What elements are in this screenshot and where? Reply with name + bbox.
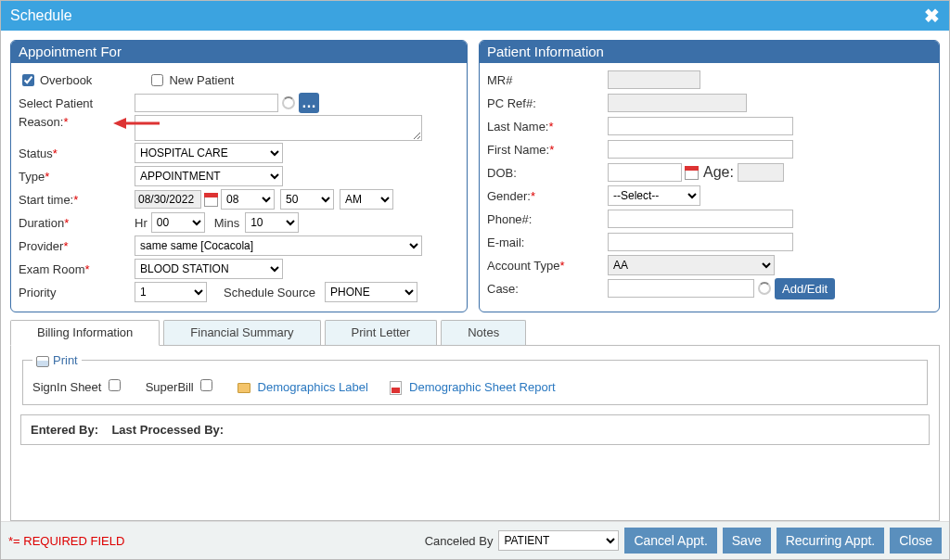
demographic-sheet-report-link[interactable]: Demographic Sheet Report: [409, 380, 556, 394]
gender-label: Gender:: [487, 189, 531, 203]
last-name-label: Last Name:: [487, 120, 548, 134]
overbook-label: Overbook: [40, 73, 92, 87]
close-button[interactable]: Close: [890, 528, 942, 554]
loading-icon: [758, 282, 771, 295]
signin-sheet-label: SignIn Sheet: [32, 380, 101, 394]
cancel-appt-button[interactable]: Cancel Appt.: [624, 528, 716, 554]
schedule-source-label: Schedule Source: [224, 286, 315, 299]
age-label: Age:: [703, 164, 734, 181]
provider-label: Provider: [19, 239, 63, 253]
email-input[interactable]: [608, 233, 793, 251]
phone-input[interactable]: [608, 210, 793, 228]
save-button[interactable]: Save: [723, 528, 771, 554]
tab-content: Print SignIn Sheet SuperBill Demographic…: [10, 346, 940, 521]
status-label: Status: [19, 146, 53, 160]
add-edit-button[interactable]: Add/Edit: [775, 278, 835, 299]
calendar-icon[interactable]: [204, 193, 218, 207]
signin-sheet-checkbox[interactable]: [109, 379, 121, 391]
start-ampm-select[interactable]: AM: [340, 189, 393, 210]
tab-print-letter[interactable]: Print Letter: [325, 320, 438, 345]
canceled-by-label: Canceled By: [425, 534, 494, 548]
start-min-select[interactable]: 50: [280, 189, 334, 210]
new-patient-checkbox[interactable]: [151, 74, 163, 86]
exam-room-label: Exam Room: [19, 262, 85, 276]
age-input: [738, 163, 784, 182]
provider-select[interactable]: same same [Cocacola]: [135, 235, 422, 256]
demographics-label-link[interactable]: Demographics Label: [258, 380, 368, 394]
first-name-input[interactable]: [608, 140, 793, 159]
required-note: *= REQUIRED FIELD: [8, 534, 124, 548]
last-name-input[interactable]: [608, 117, 793, 135]
patient-panel: Patient Information MR# PC Ref#: Last Na…: [479, 40, 940, 312]
select-patient-input[interactable]: [135, 94, 278, 112]
overbook-checkbox[interactable]: [22, 74, 34, 86]
printer-icon: [36, 356, 49, 367]
exam-room-select[interactable]: BLOOD STATION: [135, 259, 283, 279]
tab-financial[interactable]: Financial Summary: [163, 320, 320, 345]
appointment-header: Appointment For: [11, 41, 467, 63]
priority-label: Priority: [19, 286, 135, 299]
pc-ref-label: PC Ref#:: [487, 96, 608, 110]
reason-textarea[interactable]: [135, 115, 422, 141]
titlebar: Schedule ✖: [1, 1, 949, 31]
pdf-icon: [390, 381, 402, 395]
start-time-label: Start time:: [19, 193, 73, 207]
appointment-panel: Appointment For Overbook New Patient: [10, 40, 468, 312]
print-fieldset: Print SignIn Sheet SuperBill Demographic…: [22, 353, 928, 405]
mr-label: MR#: [487, 73, 608, 87]
case-label: Case:: [487, 282, 608, 296]
entered-by-label: Entered By:: [31, 423, 98, 437]
last-processed-by-label: Last Processed By:: [111, 423, 224, 437]
close-icon[interactable]: ✖: [924, 6, 940, 25]
account-type-select[interactable]: AA: [608, 255, 775, 275]
start-date-input[interactable]: [135, 190, 201, 209]
top-panels: Appointment For Overbook New Patient: [10, 40, 940, 312]
canceled-by-select[interactable]: PATIENT: [498, 530, 619, 551]
type-select[interactable]: APPOINTMENT: [135, 166, 283, 186]
print-legend: Print: [32, 353, 82, 367]
phone-label: Phone#:: [487, 212, 608, 226]
superbill-label: SuperBill: [146, 380, 194, 394]
new-patient-label: New Patient: [169, 73, 234, 87]
account-type-label: Account Type: [487, 259, 560, 273]
window-title: Schedule: [10, 7, 72, 24]
duration-hr-select[interactable]: 00: [151, 212, 205, 233]
duration-min-label: Mins: [214, 216, 239, 230]
type-label: Type: [19, 170, 45, 184]
mr-input: [608, 70, 700, 89]
footer: *= REQUIRED FIELD Canceled By PATIENT Ca…: [1, 521, 949, 559]
start-hour-select[interactable]: 08: [221, 189, 275, 210]
select-patient-label: Select Patient: [19, 96, 135, 110]
tab-billing[interactable]: Billing Information: [10, 320, 160, 346]
schedule-source-select[interactable]: PHONE: [325, 282, 417, 302]
priority-select[interactable]: 1: [135, 282, 207, 302]
select-patient-lookup-button[interactable]: …: [299, 93, 319, 113]
duration-hr-label: Hr: [135, 216, 148, 230]
pc-ref-input: [608, 94, 747, 112]
schedule-window: Schedule ✖ Appointment For Overbook New …: [0, 0, 950, 560]
duration-label: Duration: [19, 216, 64, 230]
superbill-checkbox[interactable]: [200, 379, 212, 391]
content-area: Appointment For Overbook New Patient: [1, 31, 949, 521]
calendar-icon[interactable]: [685, 166, 699, 180]
reason-label: Reason:: [19, 115, 63, 129]
tab-notes[interactable]: Notes: [441, 320, 526, 345]
gender-select[interactable]: --Select--: [608, 185, 700, 206]
loading-icon: [282, 96, 295, 109]
patient-header: Patient Information: [480, 41, 939, 63]
dob-label: DOB:: [487, 166, 608, 180]
duration-min-select[interactable]: 10: [245, 212, 299, 233]
tabs: Billing Information Financial Summary Pr…: [10, 320, 940, 346]
status-select[interactable]: HOSPITAL CARE: [135, 143, 283, 163]
email-label: E-mail:: [487, 235, 608, 249]
entered-bar: Entered By: Last Processed By:: [20, 414, 930, 445]
first-name-label: First Name:: [487, 143, 549, 157]
dob-input[interactable]: [608, 163, 682, 182]
folder-icon: [238, 383, 250, 393]
recurring-appt-button[interactable]: Recurring Appt.: [777, 528, 885, 554]
case-input[interactable]: [608, 279, 754, 298]
